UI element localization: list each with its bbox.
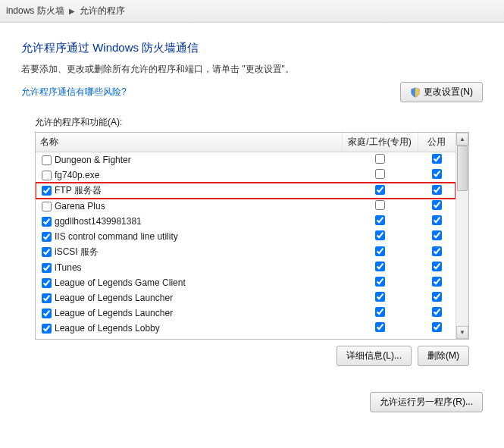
table-row[interactable]: Garena Plus: [36, 199, 455, 214]
public-checkbox[interactable]: [432, 292, 442, 302]
public-cell: [418, 168, 455, 183]
bottom-action-row: 允许运行另一程序(R)...: [0, 374, 504, 412]
program-name-label: fg740p.exe: [55, 170, 99, 180]
public-cell: [418, 183, 455, 199]
scroll-track[interactable]: [456, 146, 468, 326]
enable-checkbox[interactable]: [42, 324, 52, 334]
public-checkbox[interactable]: [432, 200, 442, 210]
enable-checkbox[interactable]: [42, 278, 52, 288]
name-cell: League of Legends Lobby: [36, 321, 342, 336]
table-row[interactable]: League of Legends Launcher: [36, 305, 455, 321]
home-checkbox[interactable]: [375, 215, 385, 225]
public-checkbox[interactable]: [432, 246, 442, 256]
name-cell: League of Legends Launcher: [36, 290, 342, 305]
public-checkbox[interactable]: [432, 215, 442, 225]
home-checkbox[interactable]: [375, 292, 385, 302]
shield-icon: [410, 87, 421, 98]
public-checkbox[interactable]: [432, 322, 442, 332]
enable-checkbox[interactable]: [42, 217, 52, 227]
public-cell: [418, 305, 455, 321]
table-row[interactable]: League of Legends Game Client: [36, 275, 455, 290]
scroll-thumb[interactable]: [457, 146, 468, 191]
public-cell: [418, 244, 455, 260]
vertical-scrollbar[interactable]: ▲ ▼: [455, 133, 468, 339]
program-name-label: iTunes: [55, 262, 82, 273]
program-name-label: iSCSI 服务: [55, 246, 99, 258]
enable-checkbox[interactable]: [42, 155, 52, 165]
table-row[interactable]: iSCSI 服务: [36, 244, 455, 260]
table-row[interactable]: iTunes: [36, 260, 455, 275]
program-name-label: League of Legends Launcher: [55, 293, 173, 303]
breadcrumb-part1[interactable]: indows 防火墙: [6, 5, 64, 17]
name-cell: iTunes: [36, 260, 342, 275]
enable-checkbox[interactable]: [42, 186, 52, 196]
program-name-label: League of Legends Launcher: [55, 308, 173, 318]
allow-another-program-button[interactable]: 允许运行另一程序(R)...: [370, 392, 483, 412]
home-checkbox[interactable]: [375, 185, 385, 195]
home-checkbox[interactable]: [375, 277, 385, 287]
scroll-up-button[interactable]: ▲: [456, 133, 468, 146]
enable-checkbox[interactable]: [42, 232, 52, 242]
public-cell: [418, 199, 455, 214]
home-cell: [342, 183, 418, 199]
public-checkbox[interactable]: [432, 185, 442, 195]
public-cell: [418, 214, 455, 229]
table-row[interactable]: fg740p.exe: [36, 168, 455, 183]
details-button[interactable]: 详细信息(L)...: [337, 346, 412, 366]
column-header-name[interactable]: 名称: [36, 133, 342, 152]
table-row[interactable]: IIS control command line utility: [36, 229, 455, 244]
home-checkbox[interactable]: [375, 230, 385, 240]
enable-checkbox[interactable]: [42, 202, 52, 211]
home-checkbox[interactable]: [375, 262, 385, 271]
table-row[interactable]: League of Legends Lobby: [36, 321, 455, 336]
table-row[interactable]: League of Legends Launcher: [36, 290, 455, 305]
home-checkbox[interactable]: [375, 154, 385, 164]
home-checkbox[interactable]: [375, 307, 385, 317]
change-settings-button[interactable]: 更改设置(N): [400, 82, 483, 102]
delete-button[interactable]: 删除(M): [418, 346, 469, 366]
risk-info-link[interactable]: 允许程序通信有哪些风险?: [21, 86, 127, 99]
public-cell: [418, 321, 455, 336]
change-settings-label: 更改设置(N): [424, 86, 473, 99]
enable-checkbox[interactable]: [42, 293, 52, 303]
table-row[interactable]: Dungeon & Fighter: [36, 152, 455, 168]
home-cell: [342, 199, 418, 214]
enable-checkbox[interactable]: [42, 263, 52, 273]
name-cell: FTP 服务器: [36, 183, 342, 199]
home-checkbox[interactable]: [375, 200, 385, 210]
name-cell: IIS control command line utility: [36, 229, 342, 244]
home-cell: [342, 229, 418, 244]
table-row[interactable]: FTP 服务器: [36, 183, 455, 199]
home-cell: [342, 214, 418, 229]
home-checkbox[interactable]: [375, 169, 385, 179]
home-checkbox[interactable]: [375, 246, 385, 256]
name-cell: Dungeon & Fighter: [36, 152, 342, 168]
home-cell: [342, 305, 418, 321]
column-header-home[interactable]: 家庭/工作(专用): [342, 133, 418, 152]
enable-checkbox[interactable]: [42, 247, 52, 257]
public-checkbox[interactable]: [432, 230, 442, 240]
public-checkbox[interactable]: [432, 262, 442, 271]
breadcrumb-part2[interactable]: 允许的程序: [80, 5, 125, 17]
home-checkbox[interactable]: [375, 322, 385, 332]
programs-table: 名称 家庭/工作(专用) 公用 Dungeon & Fighterfg740p.…: [36, 133, 455, 336]
column-header-public[interactable]: 公用: [418, 133, 455, 152]
home-cell: [342, 275, 418, 290]
enable-checkbox[interactable]: [42, 171, 52, 180]
public-checkbox[interactable]: [432, 169, 442, 179]
table-row[interactable]: ggdllhost1439981381: [36, 214, 455, 229]
public-checkbox[interactable]: [432, 277, 442, 287]
home-cell: [342, 260, 418, 275]
program-name-label: ggdllhost1439981381: [55, 216, 142, 227]
programs-table-wrap: 名称 家庭/工作(专用) 公用 Dungeon & Fighterfg740p.…: [35, 132, 469, 340]
public-checkbox[interactable]: [432, 307, 442, 317]
panel-label: 允许的程序和功能(A):: [35, 116, 469, 129]
scroll-down-button[interactable]: ▼: [456, 326, 468, 339]
public-checkbox[interactable]: [432, 154, 442, 164]
enable-checkbox[interactable]: [42, 309, 52, 318]
public-cell: [418, 290, 455, 305]
link-row: 允许程序通信有哪些风险? 更改设置(N): [21, 82, 483, 102]
program-name-label: League of Legends Lobby: [55, 323, 160, 334]
table-action-row: 详细信息(L)... 删除(M): [21, 346, 483, 366]
public-cell: [418, 260, 455, 275]
